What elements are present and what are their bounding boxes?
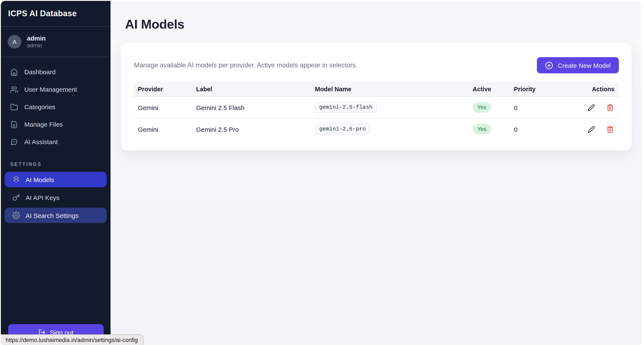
create-new-model-label: Create New Model	[558, 62, 611, 69]
column-provider: Provider	[134, 82, 192, 97]
plus-circle-icon	[545, 61, 553, 69]
sidebar-item-ai-models[interactable]: AI Models	[5, 172, 107, 187]
users-icon	[10, 85, 18, 93]
table-header-row: Provider Label Model Name Active Priorit…	[134, 82, 619, 97]
edit-button[interactable]	[588, 126, 595, 133]
pencil-icon	[588, 126, 595, 133]
pencil-icon	[588, 104, 595, 111]
settings-section-label: SETTINGS	[10, 162, 110, 167]
cell-provider: Gemini	[134, 118, 192, 140]
gear-icon	[12, 212, 20, 219]
column-label: Label	[192, 82, 311, 97]
layers-icon	[12, 176, 20, 183]
sidebar-item-label: User Management	[24, 86, 77, 93]
file-icon	[10, 120, 18, 128]
sidebar-item-label: Dashboard	[24, 68, 56, 75]
trash-icon	[606, 104, 614, 111]
folder-icon	[10, 103, 18, 111]
sidebar: ICPS AI Database A admin admin Dashboard	[1, 1, 110, 345]
column-active: Active	[468, 82, 510, 97]
create-new-model-button[interactable]: Create New Model	[537, 57, 619, 73]
column-actions: Actions	[573, 82, 619, 97]
cell-label: Gemini 2.5 Pro	[192, 118, 311, 140]
sidebar-item-ai-assistant[interactable]: AI Assistant	[6, 133, 106, 151]
sidebar-item-label: Categories	[24, 103, 55, 110]
user-name: admin	[27, 34, 46, 42]
sidebar-item-manage-files[interactable]: Manage Files	[6, 116, 106, 133]
page-title: AI Models	[125, 17, 632, 31]
delete-button[interactable]	[606, 126, 614, 133]
sidebar-nav: Dashboard User Management Categories	[1, 57, 110, 151]
sidebar-item-ai-api-keys[interactable]: AI API Keys	[5, 190, 107, 205]
sidebar-item-categories[interactable]: Categories	[6, 98, 106, 116]
trash-icon	[606, 126, 614, 133]
home-icon	[10, 68, 18, 76]
active-badge: Yes	[473, 102, 491, 113]
edit-button[interactable]	[588, 104, 595, 111]
user-info: A admin admin	[1, 27, 110, 57]
card-header: Manage available AI models per provider.…	[134, 57, 619, 73]
models-card: Manage available AI models per provider.…	[121, 43, 632, 151]
main-content: AI Models Manage available AI models per…	[110, 1, 642, 345]
app-title: ICPS AI Database	[8, 9, 77, 18]
cell-priority: 0	[510, 118, 573, 140]
cell-provider: Gemini	[134, 97, 192, 118]
cell-priority: 0	[510, 97, 573, 118]
sidebar-settings-nav: AI Models AI API Keys AI Search Settings	[1, 167, 110, 223]
cell-label: Gemini 2.5 Flash	[192, 97, 311, 118]
model-name-chip: gemini-2.5-flash	[315, 102, 377, 113]
sidebar-item-dashboard[interactable]: Dashboard	[6, 63, 106, 81]
sidebar-item-label: AI API Keys	[26, 194, 59, 201]
table-row: Gemini Gemini 2.5 Flash gemini-2.5-flash…	[134, 97, 619, 118]
model-name-chip: gemini-2.5-pro	[315, 124, 370, 135]
column-priority: Priority	[510, 82, 573, 97]
sidebar-item-ai-search-settings[interactable]: AI Search Settings	[5, 208, 107, 223]
app-window: ICPS AI Database A admin admin Dashboard	[1, 1, 642, 345]
avatar: A	[8, 35, 21, 49]
card-description: Manage available AI models per provider.…	[134, 61, 358, 69]
sidebar-item-label: AI Assistant	[24, 138, 58, 145]
active-badge: Yes	[473, 124, 491, 134]
column-model-name: Model Name	[311, 82, 468, 97]
sidebar-item-user-management[interactable]: User Management	[6, 81, 106, 98]
chat-icon	[10, 138, 18, 146]
key-icon	[12, 194, 20, 201]
sidebar-header: ICPS AI Database	[1, 1, 110, 27]
sidebar-item-label: AI Search Settings	[26, 212, 78, 219]
user-role: admin	[27, 42, 46, 49]
sidebar-item-label: Manage Files	[24, 121, 63, 128]
table-row: Gemini Gemini 2.5 Pro gemini-2.5-pro Yes…	[134, 118, 619, 140]
viewport: ICPS AI Database A admin admin Dashboard	[0, 0, 644, 345]
link-preview-statusbar: https://demo.lushaimedia.in/admin/settin…	[1, 334, 144, 345]
sidebar-item-label: AI Models	[26, 176, 54, 183]
delete-button[interactable]	[606, 104, 614, 111]
models-table: Provider Label Model Name Active Priorit…	[134, 82, 619, 140]
